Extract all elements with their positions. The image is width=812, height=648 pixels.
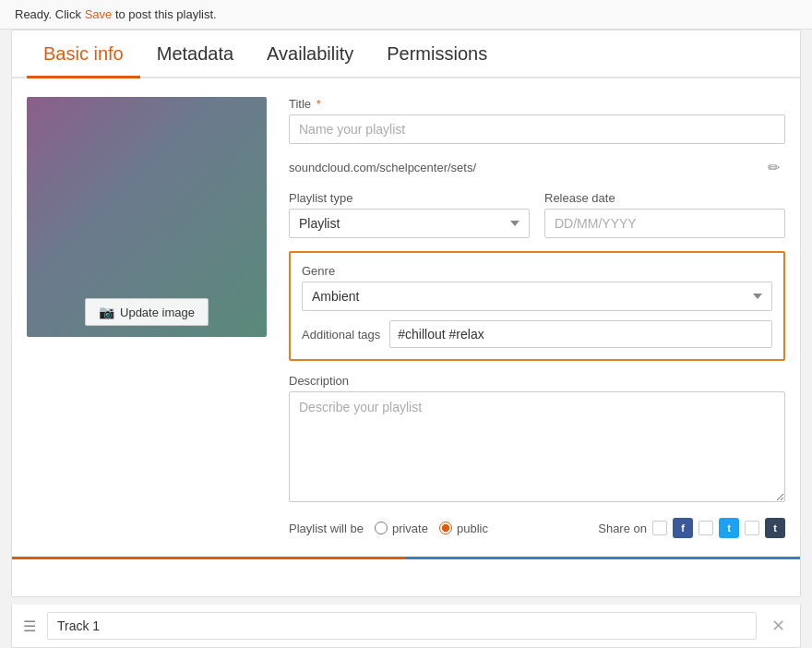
release-date-group: Release date <box>544 191 785 238</box>
share-checkbox-1[interactable] <box>652 521 667 535</box>
required-marker: * <box>313 97 321 111</box>
tags-input[interactable] <box>389 320 772 348</box>
edit-url-button[interactable]: ✏ <box>762 157 785 178</box>
status-message: Ready. Click Save to post this playlist. <box>15 7 217 21</box>
track-row: ☰ ✕ <box>11 605 801 648</box>
type-date-row: Playlist type Playlist EP Album Single R… <box>289 191 785 238</box>
camera-icon: 📷 <box>99 305 114 319</box>
genre-tags-box: Genre Ambient Classical Country Electron… <box>289 251 785 361</box>
playlist-type-label: Playlist type <box>289 191 530 205</box>
genre-group: Genre Ambient Classical Country Electron… <box>302 264 772 311</box>
privacy-share-row: Playlist will be private public Share on <box>289 518 785 538</box>
description-group: Description <box>289 374 785 505</box>
tags-input-row: Additional tags <box>302 320 772 348</box>
twitter-share-button[interactable]: t <box>719 518 739 538</box>
bottom-divider <box>12 557 800 559</box>
facebook-share-button[interactable]: f <box>673 518 693 538</box>
playlist-will-be-label: Playlist will be <box>289 522 364 535</box>
additional-tags-label: Additional tags <box>302 328 380 342</box>
tab-metadata[interactable]: Metadata <box>140 30 250 78</box>
close-icon: ✕ <box>771 617 785 635</box>
public-label: public <box>457 522 488 535</box>
public-radio[interactable] <box>439 522 452 534</box>
tabs: Basic info Metadata Availability Permiss… <box>12 30 800 78</box>
private-label: private <box>392 522 428 535</box>
tags-group: Additional tags <box>302 320 772 348</box>
tab-permissions[interactable]: Permissions <box>370 30 504 78</box>
playlist-image: 📷 Update image <box>27 97 267 337</box>
tumblr-share-button[interactable]: t <box>765 518 785 538</box>
share-on-label: Share on <box>598 522 647 535</box>
tab-availability[interactable]: Availability <box>250 30 370 78</box>
save-link[interactable]: Save <box>85 7 113 21</box>
private-radio-label[interactable]: private <box>375 522 428 535</box>
genre-select[interactable]: Ambient Classical Country Electronic Hip… <box>302 282 772 311</box>
edit-icon: ✏ <box>768 160 780 175</box>
title-label: Title * <box>289 97 785 111</box>
update-image-button[interactable]: 📷 Update image <box>85 298 209 326</box>
update-image-label: Update image <box>120 306 195 319</box>
share-checkbox-2[interactable] <box>699 521 713 535</box>
drag-handle-icon[interactable]: ☰ <box>23 618 36 635</box>
public-radio-label[interactable]: public <box>439 522 488 535</box>
image-section: 📷 Update image <box>27 97 267 538</box>
share-checkbox-3[interactable] <box>745 521 759 535</box>
description-textarea[interactable] <box>289 391 785 502</box>
url-text: soundcloud.com/schelpcenter/sets/ <box>289 161 755 174</box>
genre-label: Genre <box>302 264 772 278</box>
remove-track-button[interactable]: ✕ <box>768 616 789 636</box>
playlist-type-group: Playlist type Playlist EP Album Single <box>289 191 530 238</box>
privacy-group: Playlist will be private public <box>289 522 488 535</box>
share-group: Share on f t t <box>598 518 785 538</box>
description-label: Description <box>289 374 785 388</box>
private-radio[interactable] <box>375 522 388 534</box>
tab-basic-info[interactable]: Basic info <box>27 30 140 78</box>
playlist-type-select[interactable]: Playlist EP Album Single <box>289 209 530 238</box>
status-bar: Ready. Click Save to post this playlist. <box>0 0 812 30</box>
form-section: Title * soundcloud.com/schelpcenter/sets… <box>289 97 785 538</box>
main-card: Basic info Metadata Availability Permiss… <box>11 30 801 597</box>
track-input[interactable] <box>47 612 757 640</box>
release-date-label: Release date <box>544 191 785 205</box>
title-input[interactable] <box>289 114 785 144</box>
content-area: 📷 Update image Title * soundcloud.com/sc… <box>12 78 800 557</box>
release-date-input[interactable] <box>544 209 785 238</box>
title-group: Title * <box>289 97 785 144</box>
url-row: soundcloud.com/schelpcenter/sets/ ✏ <box>289 157 785 178</box>
